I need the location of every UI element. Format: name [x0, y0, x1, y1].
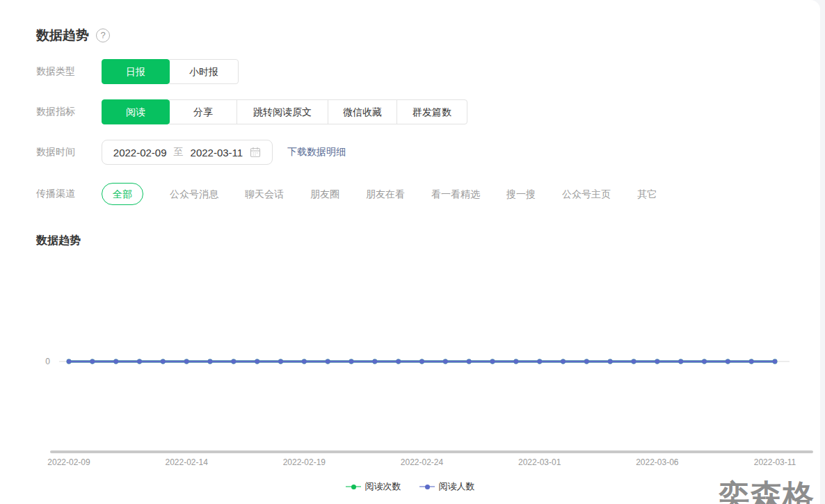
date-range-picker[interactable]: 2022-02-09 至 2022-03-11 [102, 140, 273, 165]
x-axis-tick: 2022-03-11 [733, 457, 817, 467]
analytics-page: 数据趋势 ? 数据类型 日报小时报 数据指标 阅读分享跳转阅读原文微信收藏群发篇… [0, 0, 825, 504]
data-type-label: 数据类型 [36, 65, 102, 78]
x-axis-tick: 2022-03-06 [616, 457, 699, 467]
channel-option-4[interactable]: 朋友在看 [366, 183, 405, 205]
legend-label: 阅读次数 [365, 480, 401, 493]
channel-option-2[interactable]: 聊天会话 [245, 183, 284, 205]
data-type-option-1[interactable]: 小时报 [169, 59, 239, 84]
question-circle-icon[interactable]: ? [96, 29, 110, 42]
x-axis-tick: 2022-03-01 [498, 457, 582, 467]
date-separator: 至 [174, 146, 184, 158]
page-title: 数据趋势 [36, 26, 89, 44]
data-type-button-group: 日报小时报 [102, 59, 239, 84]
channel-option-5[interactable]: 看一看精选 [431, 183, 480, 205]
data-metric-option-3[interactable]: 微信收藏 [328, 99, 397, 124]
content-card: 数据趋势 ? 数据类型 日报小时报 数据指标 阅读分享跳转阅读原文微信收藏群发篇… [0, 0, 820, 504]
chart-section-title: 数据趋势 [36, 234, 81, 248]
data-metric-option-4[interactable]: 群发篇数 [397, 99, 467, 124]
data-type-row: 数据类型 日报小时报 [36, 59, 239, 84]
download-data-link[interactable]: 下载数据明细 [287, 146, 346, 158]
channel-option-1[interactable]: 公众号消息 [170, 183, 218, 205]
data-time-label: 数据时间 [36, 146, 102, 158]
start-date-value: 2022-02-09 [113, 147, 167, 158]
channel-option-8[interactable]: 其它 [637, 183, 657, 205]
channel-option-0[interactable]: 全部 [102, 183, 143, 205]
data-type-option-0[interactable]: 日报 [102, 59, 170, 84]
x-axis-tick: 2022-02-14 [145, 457, 228, 467]
data-metric-option-2[interactable]: 跳转阅读原文 [237, 99, 328, 124]
data-metric-option-1[interactable]: 分享 [169, 99, 237, 124]
legend-item-1[interactable]: 阅读人数 [419, 480, 475, 493]
data-metric-button-group: 阅读分享跳转阅读原文微信收藏群发篇数 [102, 99, 467, 124]
chart-legend: 阅读次数阅读人数 [0, 480, 820, 493]
x-axis-tick: 2022-02-24 [381, 457, 464, 467]
channel-option-7[interactable]: 公众号主页 [562, 183, 611, 205]
channel-option-6[interactable]: 搜一搜 [506, 183, 536, 205]
data-metric-label: 数据指标 [36, 106, 102, 118]
trend-chart: 0 2022-02-092022-02-142022-02-192022-02-… [0, 250, 820, 504]
page-header: 数据趋势 ? [36, 26, 110, 44]
data-time-row: 数据时间 2022-02-09 至 2022-03-11 下载数据明细 [36, 140, 346, 165]
channel-list: 全部公众号消息聊天会话朋友圈朋友在看看一看精选搜一搜公众号主页其它 [102, 183, 657, 205]
chart-horizontal-scrollbar[interactable] [50, 450, 813, 453]
legend-marker-icon [346, 482, 361, 491]
legend-label: 阅读人数 [439, 480, 475, 493]
watermark-logo: 奕森格 [719, 475, 815, 504]
data-metric-row: 数据指标 阅读分享跳转阅读原文微信收藏群发篇数 [36, 99, 467, 124]
channel-label: 传播渠道 [36, 188, 102, 200]
end-date-value: 2022-03-11 [191, 147, 243, 158]
channel-row: 传播渠道 全部公众号消息聊天会话朋友圈朋友在看看一看精选搜一搜公众号主页其它 [36, 183, 657, 205]
x-axis-tick: 2022-02-19 [262, 457, 346, 467]
channel-option-3[interactable]: 朋友圈 [310, 183, 339, 205]
legend-marker-icon [419, 482, 435, 491]
x-axis-tick: 2022-02-09 [27, 457, 111, 467]
trend-line-plot [0, 250, 820, 445]
data-metric-option-0[interactable]: 阅读 [102, 99, 170, 124]
legend-item-0[interactable]: 阅读次数 [346, 480, 401, 493]
calendar-icon [250, 147, 261, 158]
